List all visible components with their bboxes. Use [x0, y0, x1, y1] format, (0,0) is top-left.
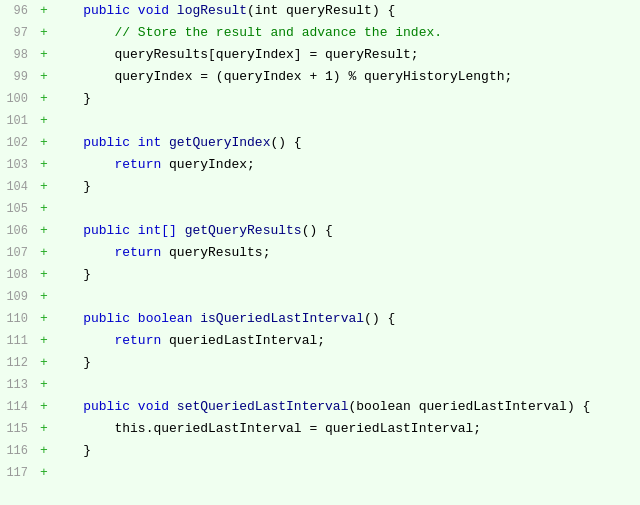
diff-marker: +	[36, 198, 52, 220]
code-line: 110+ public boolean isQueriedLastInterva…	[0, 308, 640, 330]
line-number: 115	[0, 418, 36, 440]
diff-marker: +	[36, 396, 52, 418]
code-content: queryResults[queryIndex] = queryResult;	[52, 44, 640, 66]
code-content: }	[52, 176, 640, 198]
line-number: 106	[0, 220, 36, 242]
line-number: 96	[0, 0, 36, 22]
code-line: 102+ public int getQueryIndex() {	[0, 132, 640, 154]
diff-marker: +	[36, 264, 52, 286]
code-content: public int getQueryIndex() {	[52, 132, 640, 154]
code-line: 117+	[0, 462, 640, 484]
code-line: 96+ public void logResult(int queryResul…	[0, 0, 640, 22]
diff-marker: +	[36, 0, 52, 22]
line-number: 99	[0, 66, 36, 88]
code-content: public void setQueriedLastInterval(boole…	[52, 396, 640, 418]
code-line: 112+ }	[0, 352, 640, 374]
line-number: 114	[0, 396, 36, 418]
line-number: 108	[0, 264, 36, 286]
code-line: 113+	[0, 374, 640, 396]
line-number: 112	[0, 352, 36, 374]
code-line: 100+ }	[0, 88, 640, 110]
code-line: 115+ this.queriedLastInterval = queriedL…	[0, 418, 640, 440]
code-content: public boolean isQueriedLastInterval() {	[52, 308, 640, 330]
code-line: 106+ public int[] getQueryResults() {	[0, 220, 640, 242]
diff-marker: +	[36, 440, 52, 462]
line-number: 111	[0, 330, 36, 352]
line-number: 104	[0, 176, 36, 198]
code-content: return queryResults;	[52, 242, 640, 264]
diff-marker: +	[36, 330, 52, 352]
code-line: 114+ public void setQueriedLastInterval(…	[0, 396, 640, 418]
code-content: }	[52, 352, 640, 374]
code-line: 111+ return queriedLastInterval;	[0, 330, 640, 352]
code-content: }	[52, 264, 640, 286]
code-container: 96+ public void logResult(int queryResul…	[0, 0, 640, 505]
code-line: 97+ // Store the result and advance the …	[0, 22, 640, 44]
line-number: 101	[0, 110, 36, 132]
diff-marker: +	[36, 88, 52, 110]
code-content: public int[] getQueryResults() {	[52, 220, 640, 242]
diff-marker: +	[36, 286, 52, 308]
diff-marker: +	[36, 242, 52, 264]
code-line: 103+ return queryIndex;	[0, 154, 640, 176]
diff-marker: +	[36, 462, 52, 484]
code-line: 108+ }	[0, 264, 640, 286]
diff-marker: +	[36, 374, 52, 396]
code-content: return queryIndex;	[52, 154, 640, 176]
line-number: 97	[0, 22, 36, 44]
code-content: public void logResult(int queryResult) {	[52, 0, 640, 22]
code-content: return queriedLastInterval;	[52, 330, 640, 352]
diff-marker: +	[36, 110, 52, 132]
line-number: 98	[0, 44, 36, 66]
line-number: 105	[0, 198, 36, 220]
code-line: 98+ queryResults[queryIndex] = queryResu…	[0, 44, 640, 66]
diff-marker: +	[36, 22, 52, 44]
line-number: 100	[0, 88, 36, 110]
code-content: }	[52, 88, 640, 110]
diff-marker: +	[36, 44, 52, 66]
line-number: 102	[0, 132, 36, 154]
diff-marker: +	[36, 132, 52, 154]
diff-marker: +	[36, 418, 52, 440]
line-number: 110	[0, 308, 36, 330]
code-content: }	[52, 440, 640, 462]
code-line: 107+ return queryResults;	[0, 242, 640, 264]
code-content: queryIndex = (queryIndex + 1) % queryHis…	[52, 66, 640, 88]
code-line: 109+	[0, 286, 640, 308]
code-line: 104+ }	[0, 176, 640, 198]
line-number: 109	[0, 286, 36, 308]
code-content: // Store the result and advance the inde…	[52, 22, 640, 44]
code-line: 99+ queryIndex = (queryIndex + 1) % quer…	[0, 66, 640, 88]
diff-marker: +	[36, 308, 52, 330]
code-content: this.queriedLastInterval = queriedLastIn…	[52, 418, 640, 440]
diff-marker: +	[36, 352, 52, 374]
line-number: 103	[0, 154, 36, 176]
diff-marker: +	[36, 176, 52, 198]
code-line: 116+ }	[0, 440, 640, 462]
line-number: 113	[0, 374, 36, 396]
diff-marker: +	[36, 220, 52, 242]
code-line: 105+	[0, 198, 640, 220]
code-line: 101+	[0, 110, 640, 132]
line-number: 107	[0, 242, 36, 264]
line-number: 117	[0, 462, 36, 484]
diff-marker: +	[36, 154, 52, 176]
line-number: 116	[0, 440, 36, 462]
diff-marker: +	[36, 66, 52, 88]
